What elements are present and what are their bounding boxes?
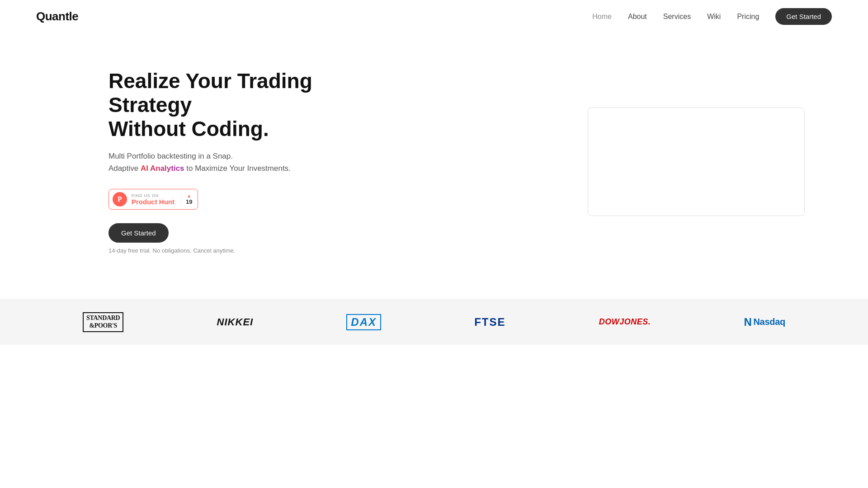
ai-analytics-highlight: AI Analytics bbox=[141, 164, 184, 173]
hero-get-started-button[interactable]: Get Started bbox=[108, 223, 169, 243]
product-hunt-text: FIND US ON Product Hunt bbox=[132, 193, 175, 206]
partner-dowjones: DOWJONES. bbox=[599, 317, 651, 327]
partners-strip: STANDARD&POOR'S NIKKEI DAX FTSE DOWJONES… bbox=[0, 299, 868, 345]
nav-wiki[interactable]: Wiki bbox=[707, 13, 721, 21]
upvote-arrow-icon: ▲ bbox=[187, 193, 191, 198]
nav-services[interactable]: Services bbox=[663, 13, 691, 21]
hero-content: Realize Your Trading Strategy Without Co… bbox=[108, 69, 326, 254]
hero-image-placeholder bbox=[588, 108, 805, 216]
partner-nikkei: NIKKEI bbox=[217, 316, 254, 328]
logo: Quantle bbox=[36, 9, 78, 23]
nav-home[interactable]: Home bbox=[592, 13, 612, 21]
product-hunt-find-label: FIND US ON bbox=[132, 193, 175, 198]
header: Quantle Home About Services Wiki Pricing… bbox=[0, 0, 868, 33]
hero-subtitle: Multi Portfolio backtesting in a Snap. A… bbox=[108, 150, 326, 174]
product-hunt-votes: ▲ 19 bbox=[181, 193, 192, 205]
nav-about[interactable]: About bbox=[628, 13, 647, 21]
product-hunt-badge[interactable]: P FIND US ON Product Hunt ▲ 19 bbox=[108, 189, 198, 210]
hero-title: Realize Your Trading Strategy Without Co… bbox=[108, 69, 326, 141]
main-nav: Home About Services Wiki Pricing Get Sta… bbox=[592, 8, 832, 25]
hero-section: Realize Your Trading Strategy Without Co… bbox=[0, 33, 868, 299]
footer-space bbox=[0, 345, 868, 390]
partner-nasdaq: N Nasdaq bbox=[744, 316, 785, 328]
product-hunt-icon: P bbox=[113, 192, 127, 206]
nasdaq-n-icon: N bbox=[744, 316, 751, 328]
nav-pricing[interactable]: Pricing bbox=[737, 13, 759, 21]
trial-text: 14-day free trial. No obligations. Cance… bbox=[108, 247, 326, 254]
header-get-started-button[interactable]: Get Started bbox=[775, 8, 832, 25]
partner-ftse: FTSE bbox=[474, 316, 505, 328]
partner-dax: DAX bbox=[346, 314, 381, 330]
product-hunt-name: Product Hunt bbox=[132, 198, 175, 206]
hero-cta-group: Get Started 14-day free trial. No obliga… bbox=[108, 223, 326, 254]
vote-count: 19 bbox=[186, 198, 192, 205]
partner-standard-poor: STANDARD&POOR'S bbox=[83, 312, 123, 332]
